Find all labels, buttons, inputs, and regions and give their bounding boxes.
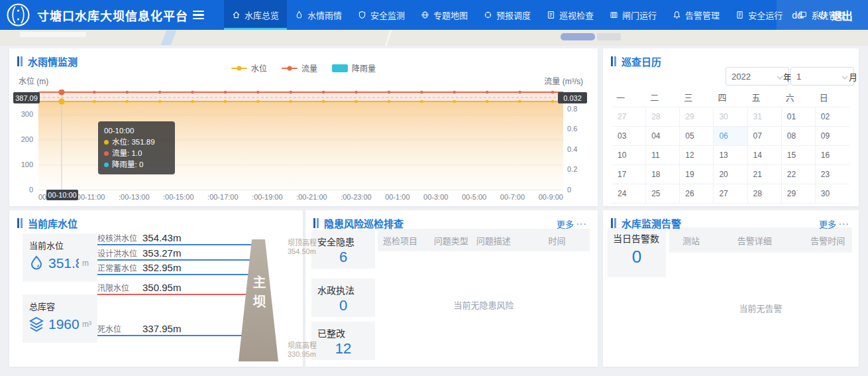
home-icon bbox=[232, 11, 241, 19]
more-link[interactable]: 更多 ··· bbox=[819, 218, 849, 230]
calendar-day[interactable]: 19 bbox=[680, 165, 714, 184]
scrollbar-thumb[interactable] bbox=[561, 33, 595, 40]
layers-icon bbox=[28, 316, 45, 333]
panel-title: 巡查日历 bbox=[611, 54, 661, 68]
calendar-day[interactable]: 28 bbox=[748, 184, 782, 204]
calendar-day[interactable]: 18 bbox=[646, 165, 680, 184]
nav-item[interactable]: 巡视检查 bbox=[539, 0, 602, 30]
nav-item[interactable]: 专题地图 bbox=[413, 0, 476, 30]
capacity-value: 1960 bbox=[48, 316, 79, 332]
column-header: 时间 bbox=[543, 234, 590, 247]
nav-item[interactable]: 闸门运行 bbox=[602, 0, 665, 30]
calendar-day[interactable]: 14 bbox=[748, 146, 782, 165]
current-level-label: 当前水位 bbox=[23, 233, 97, 251]
nav-item-label: 水库总览 bbox=[244, 9, 279, 21]
calendar-day[interactable]: 17 bbox=[612, 165, 646, 184]
logout-label: 退出 bbox=[832, 7, 853, 23]
calendar-weekday-header: 一二三四五六日 bbox=[612, 88, 849, 105]
stat-value: 12 bbox=[311, 340, 375, 357]
chart-tooltip: 00-10:00 水位351.89 流量1.0 降雨量0 bbox=[98, 121, 175, 174]
calendar-day[interactable]: 28 bbox=[646, 107, 680, 127]
calendar-day[interactable]: 30 bbox=[714, 107, 747, 127]
calendar-day[interactable]: 21 bbox=[748, 165, 782, 184]
panel-risk-inspection: 隐患风险巡检排查 更多 ··· 安全隐患 6 水政执法 0 已整改 12 巡检项… bbox=[305, 210, 598, 367]
panel-reservoir-level: 当前库水位 当前水位 351.8 m 总库容 bbox=[9, 210, 303, 367]
current-level-card: 当前水位 351.8 m bbox=[23, 233, 97, 282]
calendar-day[interactable]: 23 bbox=[816, 165, 849, 184]
weekday-label: 二 bbox=[646, 91, 680, 103]
month-select[interactable]: 1 bbox=[790, 67, 854, 86]
calendar-day[interactable]: 11 bbox=[646, 146, 680, 165]
legend-item[interactable]: 水位 bbox=[231, 62, 267, 74]
weekday-label: 五 bbox=[748, 91, 782, 103]
month-unit-label: 月 bbox=[849, 70, 857, 83]
column-header: 测站 bbox=[669, 234, 724, 247]
username[interactable]: dd bbox=[792, 10, 802, 21]
current-level-value: 351.8 bbox=[48, 255, 79, 271]
legend-item[interactable]: 降雨量 bbox=[332, 62, 376, 74]
nav-item[interactable]: 水情雨情 bbox=[287, 0, 350, 30]
panel-rain-monitor: 水雨情监测 水位 流量 降雨量 水位 (m) 流量 (m³/s) 3002001… bbox=[9, 48, 598, 206]
column-header: 问题描述 bbox=[471, 234, 543, 247]
calendar-day[interactable]: 06 bbox=[714, 127, 747, 146]
alarm-count-card: 当日告警数 0 bbox=[608, 227, 666, 277]
alarm-table-header: 测站告警详细告警时间 bbox=[669, 227, 852, 253]
more-link[interactable]: 更多 ··· bbox=[557, 218, 587, 230]
calendar-day[interactable]: 09 bbox=[816, 127, 849, 146]
calendar-day[interactable]: 08 bbox=[782, 127, 816, 146]
calendar-day[interactable]: 25 bbox=[646, 184, 680, 204]
calendar-day[interactable]: 01 bbox=[782, 107, 816, 127]
calendar-day[interactable]: 20 bbox=[714, 165, 747, 184]
calendar-day[interactable]: 03 bbox=[612, 127, 646, 146]
capacity-label: 总库容 bbox=[23, 294, 97, 312]
calendar-day[interactable]: 02 bbox=[816, 107, 849, 127]
column-header: 问题类型 bbox=[429, 234, 471, 247]
legend-item[interactable]: 流量 bbox=[282, 62, 317, 74]
calendar-day[interactable]: 04 bbox=[646, 127, 680, 146]
nav-item-label: 告警管理 bbox=[685, 9, 720, 21]
screen: 寸塘口水库大坝信息化平台 水库总览 水情雨情 安全监测 专题地图 预报调度 bbox=[0, 0, 868, 376]
risk-empty-text: 当前无隐患风险 bbox=[378, 298, 590, 311]
nav-item-label: 安全监测 bbox=[370, 9, 405, 21]
calendar-day[interactable]: 24 bbox=[612, 184, 646, 204]
calendar-day[interactable]: 26 bbox=[680, 184, 714, 204]
level-line-value: 353.27m bbox=[142, 247, 181, 259]
water-drop-icon bbox=[28, 255, 45, 272]
year-select[interactable]: 2022 bbox=[726, 67, 789, 86]
weekday-label: 四 bbox=[714, 91, 747, 103]
calendar-day[interactable]: 13 bbox=[714, 146, 747, 165]
calendar-day[interactable]: 15 bbox=[782, 146, 816, 165]
stat-card: 已整改 12 bbox=[311, 322, 375, 360]
nav-item-label: 专题地图 bbox=[433, 9, 468, 21]
dam-base-note: 坝底高程 330.95m bbox=[288, 342, 317, 359]
series-dot-icon bbox=[104, 162, 109, 167]
legend-marker-icon bbox=[231, 68, 247, 69]
calendar-day[interactable]: 27 bbox=[612, 107, 646, 127]
calendar-day[interactable]: 10 bbox=[612, 146, 646, 165]
calendar-day[interactable]: 27 bbox=[714, 184, 747, 204]
calendar-day[interactable]: 05 bbox=[680, 127, 714, 146]
scrollbar-track bbox=[597, 33, 621, 40]
calendar-day[interactable]: 29 bbox=[680, 107, 714, 127]
calendar-day[interactable]: 16 bbox=[816, 146, 849, 165]
level-line-label: 死水位 bbox=[97, 323, 121, 334]
current-level-unit: m bbox=[82, 259, 89, 268]
calendar-day[interactable]: 07 bbox=[748, 127, 782, 146]
stat-card: 水政执法 0 bbox=[311, 279, 375, 317]
calendar-day[interactable]: 12 bbox=[680, 146, 714, 165]
nav-item[interactable]: 安全监测 bbox=[350, 0, 413, 30]
logout-button[interactable]: 退出 bbox=[818, 7, 853, 23]
title-bars-icon bbox=[611, 218, 616, 228]
calendar-day[interactable]: 22 bbox=[782, 165, 816, 184]
level-line-label: 正常蓄水位 bbox=[97, 262, 137, 273]
nav-item[interactable]: 预报调度 bbox=[476, 0, 539, 30]
nav-item[interactable]: 水库总览 bbox=[224, 0, 287, 30]
menu-toggle-icon[interactable] bbox=[193, 11, 204, 19]
inspection-icon bbox=[547, 11, 555, 19]
calendar-day[interactable]: 31 bbox=[748, 107, 782, 127]
stat-label: 安全隐患 bbox=[311, 230, 375, 248]
calendar-day[interactable]: 29 bbox=[782, 184, 816, 204]
stat-label: 已整改 bbox=[311, 322, 375, 340]
calendar-day[interactable]: 30 bbox=[816, 184, 849, 204]
nav-item[interactable]: 告警管理 bbox=[665, 0, 728, 30]
